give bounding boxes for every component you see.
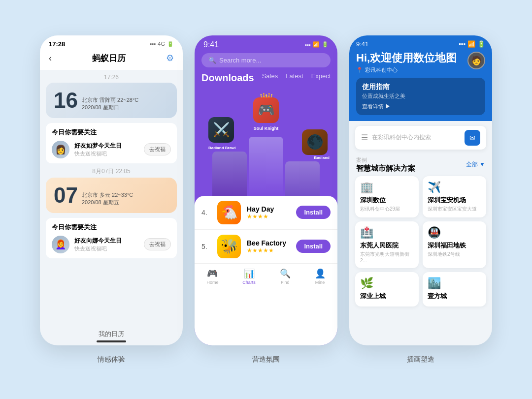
- phone2-time: 9:41: [203, 40, 219, 49]
- friend-sub-1: 快去送祝福吧: [74, 150, 139, 157]
- find-icon: 🔍: [280, 268, 291, 279]
- phone1-wrapper: 17:28 ▪▪▪ 4G 🔋 ‹ 蚂蚁日历 ⚙ 17:26: [40, 35, 183, 364]
- care-item-2: 👩‍🦰 好友向娜今天生日 快去送祝福吧 去祝福: [52, 236, 171, 253]
- futian-metro-name: 深圳福田地铁: [428, 241, 481, 250]
- nav-home-label: Home: [206, 280, 218, 285]
- phone3-greeting: Hi,欢迎使用数位地图: [356, 52, 457, 64]
- phones-row: 17:28 ▪▪▪ 4G 🔋 ‹ 蚂蚁日历 ⚙ 17:26: [40, 35, 492, 364]
- phone3-header: 9:41 ▪▪▪ 📶 🔋 Hi,欢迎使用数位地图 📍 彩讯科创中心: [349, 35, 492, 121]
- search-button[interactable]: ✉: [465, 130, 480, 146]
- yifang-icon: 🏙️: [428, 277, 481, 290]
- futian-metro-sub: 深圳地铁2号线: [428, 251, 481, 258]
- phone1-status-bar: 17:28 ▪▪▪ 4G 🔋: [40, 35, 183, 50]
- nav-charts[interactable]: 📊 Charts: [242, 268, 256, 285]
- hay-day-icon: 🐔: [217, 201, 241, 224]
- signal-icon2: ▪▪▪: [305, 42, 311, 48]
- card-futian-metro[interactable]: 🚇 深圳福田地铁 深圳地铁2号线: [423, 221, 486, 268]
- search-placeholder: Search more...: [219, 57, 261, 64]
- phone3-time: 9:41: [356, 40, 368, 48]
- mine-icon: 👤: [315, 268, 326, 279]
- nav-find-label: Find: [281, 280, 290, 285]
- friend-name-2: 好友向娜今天生日: [74, 237, 139, 245]
- location-icon: 📍: [356, 67, 363, 73]
- tab-latest[interactable]: Latest: [286, 72, 303, 84]
- city-weather-1: 北京市 雷阵雨 22~28°C: [82, 96, 138, 104]
- tab-downloads[interactable]: Downloads: [201, 72, 254, 84]
- wifi-icon3: 📶: [467, 40, 475, 48]
- user-avatar[interactable]: 🧑: [467, 52, 485, 69]
- shangy-icon: 🌿: [360, 277, 414, 290]
- care-text-1: 好友如梦今天生日 快去送祝福吧: [74, 142, 139, 157]
- baoan-airport-sub: 深圳市宝安区宝安大道: [428, 206, 481, 213]
- app-rank-4: 4.: [201, 209, 211, 216]
- guide-card: 使用指南 位置成就生活之美 查看详情 ▶: [356, 78, 485, 115]
- phone3-location-row: 📍 彩讯科创中心: [356, 66, 457, 74]
- phone3-frame: 9:41 ▪▪▪ 📶 🔋 Hi,欢迎使用数位地图 📍 彩讯科创中心: [349, 35, 492, 345]
- tab-sales[interactable]: Sales: [262, 72, 278, 84]
- care-section-2: 今日你需要关注 👩‍🦰 好友向娜今天生日 快去送祝福吧 去祝福: [46, 218, 177, 258]
- dongguan-hospital-icon: 🏥: [360, 226, 414, 239]
- nav-home[interactable]: 🎮 Home: [206, 268, 218, 285]
- section-label-block: 案例 智慧城市解决方案: [356, 156, 415, 173]
- search-icon: 🔍: [208, 57, 216, 64]
- city-weather-2: 北京市 多云 22~33°C: [82, 191, 133, 199]
- all-link[interactable]: 全部 ▼: [466, 160, 485, 169]
- card-yifang-city[interactable]: 🏙️ 壹方城: [423, 272, 486, 307]
- avatar-1: 👩: [52, 141, 69, 158]
- phone2-frame: 9:41 ▪▪▪ 📶 🔋 🔍 Search more... Downloads …: [195, 35, 337, 345]
- phone3-status-icons: ▪▪▪ 📶 🔋: [459, 40, 485, 48]
- hay-day-info: Hay Day ★★★★: [247, 205, 290, 220]
- card-dongguan-hospital[interactable]: 🏥 东莞人民医院 东莞市光明大道明新街2...: [355, 221, 419, 268]
- card-sheny-shangcheng[interactable]: 🌿 深业上城: [355, 272, 419, 307]
- nav-mine[interactable]: 👤 Mine: [315, 268, 326, 285]
- nav-find[interactable]: 🔍 Find: [280, 268, 291, 285]
- phone3-label: 插画塑造: [407, 355, 434, 364]
- phone3-search-bar[interactable]: ☰ 在彩讯科创中心内搜索 ✉: [355, 126, 486, 150]
- guide-title: 使用指南: [362, 83, 479, 92]
- my-calendar-label: 我的日历: [40, 325, 183, 340]
- charts-icon: 📊: [244, 268, 255, 279]
- dongguan-hospital-sub: 东莞市光明大道明新街2...: [360, 251, 414, 263]
- wish-button-2[interactable]: 去祝福: [144, 238, 171, 250]
- nav-mine-label: Mine: [315, 280, 325, 285]
- page-container: 17:28 ▪▪▪ 4G 🔋 ‹ 蚂蚁日历 ⚙ 17:26: [0, 0, 532, 399]
- phone1-header: ‹ 蚂蚁日历 ⚙: [40, 50, 183, 70]
- baoan-airport-name: 深圳宝安机场: [428, 196, 481, 205]
- care-title-2: 今日你需要关注: [52, 223, 171, 232]
- bee-factory-install-button[interactable]: Install: [296, 240, 331, 253]
- soul-knight-label: Soul Knight: [254, 126, 279, 131]
- back-button[interactable]: ‹: [49, 53, 52, 63]
- wish-button-1[interactable]: 去祝福: [144, 143, 171, 155]
- home-icon: 🎮: [207, 268, 218, 279]
- tab-expect[interactable]: Expect: [311, 72, 331, 84]
- yifang-name: 壹方城: [428, 292, 481, 301]
- phone1-label: 情感体验: [98, 355, 125, 364]
- care-text-2: 好友向娜今天生日 快去送祝福吧: [74, 237, 139, 252]
- phone3-title-row: Hi,欢迎使用数位地图 📍 彩讯科创中心 🧑: [356, 52, 485, 74]
- phone3-status-bar: 9:41 ▪▪▪ 📶 🔋: [356, 40, 485, 48]
- phone1-time: 17:28: [49, 40, 65, 48]
- search-bar[interactable]: 🔍 Search more...: [201, 53, 331, 67]
- avatar-2: 👩‍🦰: [52, 236, 69, 253]
- hay-day-stars: ★★★★: [247, 213, 290, 220]
- care-title-1: 今日你需要关注: [52, 128, 171, 137]
- guide-link[interactable]: 查看详情 ▶: [362, 103, 479, 110]
- battery-icon: 🔋: [167, 41, 174, 47]
- card-shenzhen-digital[interactable]: 🏢 深圳数位 彩讯科创中心29层: [355, 176, 419, 217]
- shangy-name: 深业上城: [360, 292, 414, 301]
- hay-day-install-button[interactable]: Install: [296, 206, 331, 219]
- card-baoan-airport[interactable]: ✈️ 深圳宝安机场 深圳市宝安区宝安大道: [423, 176, 486, 217]
- care-item-1: 👩 好友如梦今天生日 快去送祝福吧 去祝福: [52, 141, 171, 158]
- phone1-frame: 17:28 ▪▪▪ 4G 🔋 ‹ 蚂蚁日历 ⚙ 17:26: [40, 35, 183, 345]
- section-title: 智慧城市解决方案: [356, 164, 415, 173]
- phone3-wrapper: 9:41 ▪▪▪ 📶 🔋 Hi,欢迎使用数位地图 📍 彩讯科创中心: [349, 35, 492, 364]
- trophy-section: 👑 🎮 Soul Knight ⚔️ Badland Brawl 🌑 Badla…: [195, 88, 337, 196]
- location-text: 彩讯科创中心: [365, 66, 398, 74]
- podium-1st: [249, 137, 283, 196]
- battery-icon2: 🔋: [322, 41, 329, 48]
- date-card-2: 07 北京市 多云 22~33°C 2020/08 星期五: [46, 178, 177, 213]
- settings-icon[interactable]: ⚙: [166, 53, 174, 63]
- date-number-1: 16: [54, 90, 78, 111]
- bee-factory-stars: ★★★★★: [247, 247, 290, 254]
- signal-icon: ▪▪▪: [150, 41, 156, 47]
